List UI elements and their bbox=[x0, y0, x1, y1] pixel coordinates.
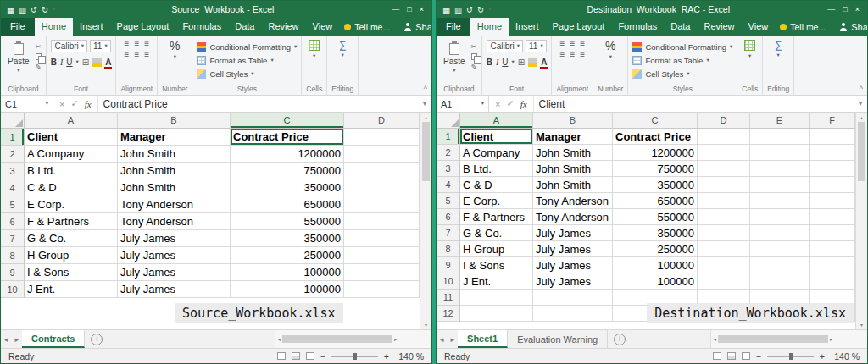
cell[interactable]: C & D bbox=[25, 179, 118, 196]
zoom-slider[interactable] bbox=[331, 356, 378, 357]
cell[interactable] bbox=[698, 177, 750, 193]
scrollbar-thumb[interactable] bbox=[282, 335, 392, 343]
column-header[interactable]: F bbox=[810, 113, 855, 129]
share-button[interactable]: Share bbox=[831, 18, 868, 36]
cell[interactable] bbox=[810, 209, 855, 225]
cell[interactable]: J Ent. bbox=[25, 281, 118, 298]
cell[interactable] bbox=[810, 193, 855, 209]
enter-icon[interactable]: ✓ bbox=[506, 98, 514, 109]
column-header[interactable]: B bbox=[118, 113, 231, 129]
cell[interactable]: H Group bbox=[460, 241, 533, 257]
cell[interactable] bbox=[750, 257, 810, 273]
row-header[interactable]: 2 bbox=[437, 145, 460, 161]
cell[interactable] bbox=[698, 241, 750, 257]
tab-formulas[interactable]: Formulas bbox=[175, 18, 228, 36]
cancel-icon[interactable]: × bbox=[59, 99, 64, 109]
cell[interactable]: F & Partners bbox=[460, 209, 533, 225]
column-header[interactable]: D bbox=[344, 113, 420, 129]
cell[interactable] bbox=[698, 161, 750, 177]
sheet-tab[interactable]: Contracts bbox=[22, 330, 85, 348]
new-sheet-button[interactable]: + bbox=[91, 334, 103, 345]
minimize-button[interactable]: — bbox=[392, 5, 399, 14]
row-header[interactable]: 4 bbox=[437, 177, 460, 193]
align-top-icon[interactable]: ≡ bbox=[125, 40, 130, 48]
qat-caret-icon[interactable]: ▾ bbox=[53, 7, 55, 13]
formula-input[interactable]: Client bbox=[534, 98, 854, 110]
cell[interactable] bbox=[698, 273, 750, 290]
cell-styles-button[interactable]: Cell Styles ▾ bbox=[197, 68, 297, 80]
close-button[interactable]: × bbox=[420, 5, 424, 14]
align-bottom-icon[interactable]: ≡ bbox=[580, 40, 585, 48]
cell[interactable]: A Company bbox=[460, 145, 533, 161]
scroll-left-icon[interactable]: ◂ bbox=[278, 336, 281, 342]
page-break-view-icon[interactable] bbox=[742, 352, 750, 360]
page-layout-view-icon[interactable] bbox=[727, 352, 736, 360]
column-header[interactable]: C bbox=[231, 113, 344, 129]
row-header[interactable]: 10 bbox=[437, 273, 460, 290]
sheet-tab[interactable]: Sheet1 bbox=[458, 330, 508, 348]
row-header[interactable]: 8 bbox=[1, 247, 25, 264]
font-size-select[interactable]: 11▾ bbox=[90, 40, 111, 52]
borders-icon[interactable]: ⊞ bbox=[82, 58, 89, 67]
cell[interactable] bbox=[750, 241, 810, 257]
cell[interactable] bbox=[698, 225, 750, 241]
name-box[interactable]: A1 ▾ bbox=[437, 96, 489, 112]
zoom-out-icon[interactable]: − bbox=[756, 351, 761, 361]
normal-view-icon[interactable] bbox=[713, 352, 721, 360]
sheet-nav-right-icon[interactable]: ▸ bbox=[12, 335, 23, 344]
minimize-button[interactable]: — bbox=[827, 5, 835, 14]
row-header[interactable]: 9 bbox=[1, 264, 25, 281]
cells-icon[interactable] bbox=[309, 40, 320, 51]
row-header[interactable]: 1 bbox=[1, 129, 25, 146]
cell[interactable]: John Smith bbox=[533, 161, 613, 177]
cell[interactable]: July James bbox=[533, 225, 613, 241]
scrollbar-thumb[interactable] bbox=[422, 122, 430, 181]
tab-home[interactable]: Home bbox=[35, 18, 73, 36]
scrollbar-thumb[interactable] bbox=[858, 122, 865, 181]
cell[interactable]: G & Co. bbox=[25, 230, 118, 247]
percent-style-icon[interactable]: % bbox=[170, 40, 180, 52]
copy-icon[interactable] bbox=[471, 53, 477, 60]
cell[interactable] bbox=[750, 145, 810, 161]
cells-icon[interactable] bbox=[744, 40, 755, 51]
underline-button[interactable]: U bbox=[502, 58, 508, 67]
cell[interactable]: C & D bbox=[460, 177, 533, 193]
cell[interactable] bbox=[750, 273, 810, 290]
row-header[interactable]: 2 bbox=[1, 146, 25, 163]
page-layout-view-icon[interactable] bbox=[292, 352, 300, 360]
cell[interactable]: 250000 bbox=[231, 247, 344, 264]
cell[interactable] bbox=[460, 306, 533, 322]
cell[interactable]: 650000 bbox=[613, 193, 698, 209]
copy-icon[interactable] bbox=[36, 53, 42, 60]
row-header[interactable]: 11 bbox=[437, 290, 460, 306]
cell[interactable]: 250000 bbox=[613, 241, 698, 257]
cell[interactable] bbox=[344, 213, 420, 230]
cell[interactable]: E Corp. bbox=[460, 193, 533, 209]
horizontal-scrollbar[interactable]: ◂ ▸ bbox=[275, 330, 431, 348]
cell[interactable]: Tony Anderson bbox=[533, 193, 613, 209]
sheet-nav-left-icon[interactable]: ◂ bbox=[437, 335, 448, 344]
row-header[interactable]: 7 bbox=[1, 230, 25, 247]
cell[interactable]: 350000 bbox=[231, 230, 344, 247]
row-header[interactable]: 4 bbox=[1, 179, 25, 196]
zoom-slider[interactable] bbox=[767, 356, 814, 357]
horizontal-scrollbar[interactable]: ◂ ▸ bbox=[710, 330, 867, 348]
align-left-icon[interactable]: ≡ bbox=[125, 51, 130, 59]
format-as-table-button[interactable]: Format as Table ▾ bbox=[632, 54, 732, 66]
fill-color-icon[interactable] bbox=[528, 58, 537, 67]
cell[interactable]: 1200000 bbox=[231, 146, 344, 163]
tab-file[interactable]: File bbox=[437, 18, 470, 36]
conditional-formatting-button[interactable]: Conditional Formatting ▾ bbox=[632, 41, 732, 52]
tab-review[interactable]: Review bbox=[697, 18, 741, 36]
cell[interactable] bbox=[750, 193, 810, 209]
paste-button[interactable]: Paste ▾ bbox=[5, 40, 32, 75]
cell[interactable]: Client bbox=[460, 129, 533, 145]
cell[interactable]: G & Co. bbox=[460, 225, 533, 241]
align-middle-icon[interactable]: ≡ bbox=[134, 40, 139, 48]
cell[interactable]: 100000 bbox=[613, 257, 698, 273]
formula-bar-expand-icon[interactable]: ▾ bbox=[418, 100, 431, 108]
cell[interactable]: H Group bbox=[25, 247, 118, 264]
scroll-down-icon[interactable]: ▾ bbox=[425, 322, 427, 328]
bold-button[interactable]: B bbox=[51, 58, 57, 67]
cell[interactable]: B Ltd. bbox=[25, 163, 118, 179]
